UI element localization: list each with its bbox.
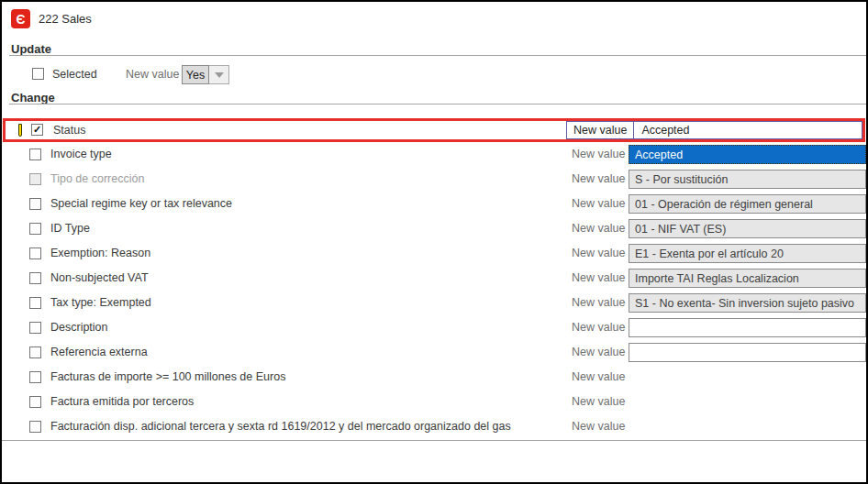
new-value-label: New value — [572, 420, 625, 433]
row-checkbox[interactable] — [29, 223, 41, 235]
selected-new-value-dropdown[interactable]: Yes — [182, 65, 229, 84]
bottom-divider — [2, 440, 866, 441]
row-checkbox[interactable] — [29, 272, 41, 284]
row-label: Non-subjected VAT — [50, 271, 149, 284]
tax-type-select[interactable]: S1 - No exenta- Sin inversion sujeto pas… — [629, 293, 866, 313]
new-value-label: New value — [572, 222, 625, 235]
row-label: Exemption: Reason — [50, 247, 150, 259]
row-label: Invoice type — [50, 148, 112, 160]
row-exemption-reason: Exemption: Reason New value E1 - Exenta … — [2, 241, 866, 266]
id-type-select[interactable]: 01 - NIF VAT (ES) — [629, 219, 866, 238]
new-value-label: New value — [572, 247, 625, 259]
exemption-reason-select[interactable]: E1 - Exenta por el artículo 20 — [629, 244, 866, 263]
row-checkbox[interactable] — [29, 346, 41, 358]
row-non-subjected-vat: Non-subjected VAT New value Importe TAI … — [2, 266, 866, 291]
change-section-divider — [9, 104, 866, 104]
page-title: 222 Sales — [39, 12, 92, 26]
status-value-cell[interactable]: Accepted — [633, 121, 862, 139]
change-rows: Invoice type New value Accepted Tipo de … — [2, 142, 866, 439]
new-value-label: New value — [572, 296, 625, 309]
row-label: Referencia externa — [50, 346, 148, 358]
row-special-regime: Special regime key or tax relevance New … — [2, 192, 866, 216]
update-section-divider — [9, 55, 866, 56]
row-checkbox — [29, 173, 41, 185]
row-checkbox[interactable] — [29, 198, 41, 210]
new-value-label: New value — [572, 370, 625, 383]
new-value-label: New value — [572, 321, 625, 334]
dropdown-arrow-button[interactable] — [209, 65, 229, 84]
tipo-correccion-select[interactable]: S - Por sustitución — [629, 170, 866, 189]
row-description: Description New value — [2, 315, 866, 340]
row-id-type: ID Type New value 01 - NIF VAT (ES) — [2, 216, 866, 241]
status-label: Status — [53, 124, 85, 137]
row-label: Facturas de importe >= 100 millones de E… — [50, 370, 285, 383]
new-value-label: New value — [572, 197, 625, 210]
selected-checkbox[interactable] — [32, 68, 44, 80]
new-value-label: New value — [572, 346, 625, 358]
edit-cursor-icon — [18, 124, 22, 137]
row-checkbox[interactable] — [29, 297, 41, 309]
row-referencia-externa: Referencia externa New value — [2, 340, 866, 365]
chevron-down-icon — [215, 72, 224, 78]
row-checkbox[interactable] — [29, 248, 41, 259]
new-value-label: New value — [572, 148, 625, 160]
row-label: Description — [50, 321, 108, 334]
selected-label: Selected — [52, 68, 97, 81]
new-value-label: New value — [566, 121, 634, 139]
status-row-highlighted[interactable]: Status New value Accepted — [3, 118, 865, 142]
row-checkbox[interactable] — [29, 148, 41, 160]
row-facturacion-disp: Facturación disp. adicional tercera y se… — [2, 414, 866, 439]
row-label: Factura emitida por terceros — [50, 395, 194, 408]
row-label: Special regime key or tax relevance — [50, 197, 232, 210]
row-label: ID Type — [50, 222, 90, 235]
row-tipo-de-correccion: Tipo de corrección New value S - Por sus… — [2, 167, 866, 192]
status-value-cells: New value Accepted — [566, 121, 862, 139]
row-label: Facturación disp. adicional tercera y se… — [50, 420, 511, 433]
row-invoice-type: Invoice type New value Accepted — [2, 142, 866, 167]
new-value-label: New value — [572, 395, 625, 408]
change-section-heading: Change — [11, 91, 55, 104]
row-tax-type-exempted: Tax type: Exempted New value S1 - No exe… — [2, 291, 866, 315]
facturacion-disp-value-checkbox[interactable] — [29, 421, 41, 433]
app-logo-icon: Є — [11, 9, 30, 28]
new-value-label: New value — [572, 271, 625, 284]
special-regime-select[interactable]: 01 - Operación de régimen general — [629, 194, 866, 214]
title-bar: Є 222 Sales — [11, 9, 92, 28]
row-factura-terceros: Factura emitida por terceros New value — [2, 390, 866, 414]
update-selected-row: Selected New value Yes — [2, 65, 866, 84]
status-checkbox[interactable] — [31, 124, 43, 136]
update-section-heading: Update — [11, 42, 51, 56]
dropdown-value[interactable]: Yes — [182, 65, 209, 84]
dialog-window: Є 222 Sales Update Selected New value Ye… — [0, 0, 868, 484]
row-facturas-importe: Facturas de importe >= 100 millones de E… — [2, 365, 866, 390]
invoice-type-select[interactable]: Accepted — [629, 145, 866, 164]
referencia-externa-input[interactable] — [629, 343, 866, 362]
row-label: Tax type: Exempted — [50, 296, 151, 309]
row-label: Tipo de corrección — [50, 172, 144, 185]
facturas-importe-value-checkbox[interactable] — [29, 371, 41, 383]
factura-terceros-value-checkbox[interactable] — [29, 396, 41, 408]
row-checkbox[interactable] — [29, 322, 41, 334]
description-input[interactable] — [629, 318, 866, 337]
new-value-label: New value — [126, 68, 179, 81]
non-subjected-vat-select[interactable]: Importe TAI Reglas Localizacion — [629, 269, 866, 288]
new-value-label: New value — [572, 172, 625, 185]
